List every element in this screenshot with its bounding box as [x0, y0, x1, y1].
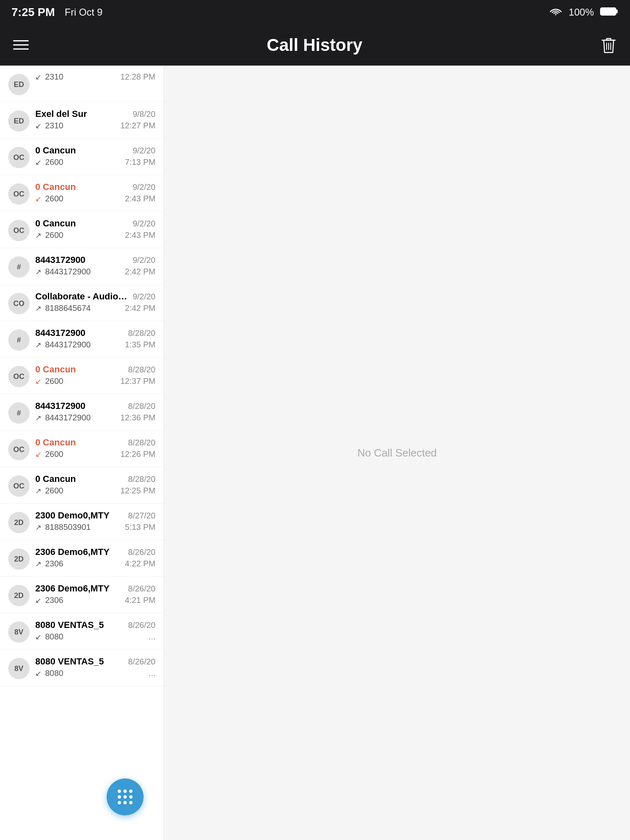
call-details: 0 Cancun 8/28/20 ↙ 2600 12:26 PM: [35, 437, 155, 459]
call-time: 12:37 PM: [120, 377, 155, 386]
call-time: 2:43 PM: [125, 194, 155, 203]
call-direction-icon: ↗: [35, 304, 41, 313]
call-name: 0 Cancun: [35, 474, 76, 484]
call-direction-icon: ↗: [35, 486, 41, 495]
call-name: 2306 Demo6,MTY: [35, 583, 110, 594]
call-direction-icon: ↗: [35, 231, 41, 240]
list-item[interactable]: ED Exel del Sur 9/8/20 ↙ 2310 12:27 PM: [0, 102, 164, 139]
menu-button[interactable]: [13, 40, 29, 50]
call-date: 8/26/20: [128, 584, 155, 593]
list-item[interactable]: ED ↙ 2310 12:28 PM: [0, 66, 164, 102]
call-number: ↗ 8188503901: [35, 523, 91, 532]
call-details: Exel del Sur 9/8/20 ↙ 2310 12:27 PM: [35, 109, 155, 130]
call-number-row: ↙ 8080 ...: [35, 632, 155, 641]
call-date: 8/26/20: [128, 548, 155, 557]
call-details: 0 Cancun 8/28/20 ↗ 2600 12:25 PM: [35, 474, 155, 495]
avatar: OC: [8, 220, 30, 241]
call-time: 12:25 PM: [120, 486, 155, 495]
call-number: ↙ 8080: [35, 632, 64, 641]
call-details: ↙ 2310 12:28 PM: [35, 72, 155, 82]
call-time: 12:27 PM: [120, 121, 155, 130]
avatar: #: [8, 329, 30, 351]
call-number-row: ↗ 2600 2:43 PM: [35, 231, 155, 240]
call-date: 8/28/20: [128, 365, 155, 374]
call-name-row: 2306 Demo6,MTY 8/26/20: [35, 583, 155, 594]
call-details: 8080 VENTAS_5 8/26/20 ↙ 8080 ...: [35, 656, 155, 678]
list-item[interactable]: OC 0 Cancun 9/2/20 ↙ 2600 2:43 PM: [0, 175, 164, 212]
list-item[interactable]: # 8443172900 8/28/20 ↗ 8443172900 1:35 P…: [0, 321, 164, 358]
call-date: 9/2/20: [132, 256, 155, 265]
main-content: ED ↙ 2310 12:28 PM ED Exel del Sur 9/8/2…: [0, 66, 630, 840]
list-item[interactable]: OC 0 Cancun 8/28/20 ↗ 2600 12:25 PM: [0, 467, 164, 504]
dialpad-icon: [118, 790, 132, 804]
avatar: OC: [8, 439, 30, 460]
list-item[interactable]: CO Collaborate - Audio 01425750... 9/2/2…: [0, 285, 164, 321]
call-list-panel[interactable]: ED ↙ 2310 12:28 PM ED Exel del Sur 9/8/2…: [0, 66, 164, 840]
list-item[interactable]: # 8443172900 8/28/20 ↗ 8443172900 12:36 …: [0, 394, 164, 431]
call-number-row: ↙ 2600 2:43 PM: [35, 194, 155, 203]
list-item[interactable]: 8V 8080 VENTAS_5 8/26/20 ↙ 8080 ...: [0, 650, 164, 686]
call-date: 8/28/20: [128, 402, 155, 411]
call-time: 2:43 PM: [125, 231, 155, 240]
list-item[interactable]: OC 0 Cancun 8/28/20 ↙ 2600 12:26 PM: [0, 431, 164, 467]
call-direction-icon: ↗: [35, 413, 41, 422]
call-name: 0 Cancun: [35, 182, 76, 192]
call-details: 2306 Demo6,MTY 8/26/20 ↙ 2306 4:21 PM: [35, 583, 155, 605]
call-name-row: Exel del Sur 9/8/20: [35, 109, 155, 119]
call-time: 12:36 PM: [120, 413, 155, 422]
list-item[interactable]: OC 0 Cancun 9/2/20 ↗ 2600 2:43 PM: [0, 212, 164, 248]
avatar: ED: [8, 110, 30, 132]
call-time: 1:35 PM: [125, 340, 155, 349]
call-direction-icon: ↙: [35, 194, 41, 203]
dialpad-fab[interactable]: [107, 778, 144, 815]
call-time: 5:13 PM: [125, 523, 155, 532]
call-direction-icon: ↙: [35, 632, 41, 641]
call-direction-icon: ↗: [35, 340, 41, 349]
call-time: 12:28 PM: [120, 72, 155, 82]
avatar: OC: [8, 366, 30, 387]
list-item[interactable]: 2D 2300 Demo0,MTY 8/27/20 ↗ 8188503901 5…: [0, 504, 164, 540]
battery-percentage: 100%: [569, 7, 594, 18]
call-number: ↙ 8080: [35, 669, 64, 678]
call-number: ↙ 2600: [35, 194, 64, 203]
list-item[interactable]: OC 0 Cancun 8/28/20 ↙ 2600 12:37 PM: [0, 358, 164, 394]
call-date: 8/27/20: [128, 511, 155, 520]
avatar: OC: [8, 183, 30, 205]
call-date: 9/2/20: [132, 146, 155, 155]
call-name: 8443172900: [35, 401, 85, 411]
call-direction-icon: ↙: [35, 450, 41, 459]
call-date: 9/2/20: [132, 292, 155, 301]
call-name: 8443172900: [35, 328, 85, 338]
battery-icon: [600, 7, 619, 18]
status-date: Fri Oct 9: [65, 7, 103, 18]
call-name-row: 0 Cancun 8/28/20: [35, 437, 155, 448]
avatar: 2D: [8, 548, 30, 570]
no-call-selected-text: No Call Selected: [357, 447, 437, 459]
list-item[interactable]: 2D 2306 Demo6,MTY 8/26/20 ↙ 2306 4:21 PM: [0, 577, 164, 613]
trash-icon[interactable]: [600, 36, 617, 54]
call-name-row: 0 Cancun 8/28/20: [35, 364, 155, 375]
call-number-row: ↙ 2600 7:13 PM: [35, 158, 155, 167]
call-direction-icon: ↙: [35, 73, 41, 82]
call-number: ↙ 2600: [35, 450, 64, 459]
call-name-row: 0 Cancun 9/2/20: [35, 145, 155, 156]
call-name-row: 2300 Demo0,MTY 8/27/20: [35, 510, 155, 521]
call-date: 9/8/20: [132, 110, 155, 119]
call-date: 8/28/20: [128, 438, 155, 447]
call-name: 8080 VENTAS_5: [35, 620, 104, 630]
call-number-row: ↗ 8188503901 5:13 PM: [35, 523, 155, 532]
call-direction-icon: ↙: [35, 669, 41, 678]
call-number-row: ↗ 8443172900 2:42 PM: [35, 267, 155, 276]
list-item[interactable]: 2D 2306 Demo6,MTY 8/26/20 ↗ 2306 4:22 PM: [0, 540, 164, 577]
list-item[interactable]: # 8443172900 9/2/20 ↗ 8443172900 2:42 PM: [0, 248, 164, 285]
list-item[interactable]: OC 0 Cancun 9/2/20 ↙ 2600 7:13 PM: [0, 139, 164, 175]
list-item[interactable]: 8V 8080 VENTAS_5 8/26/20 ↙ 8080 ...: [0, 613, 164, 650]
call-number: ↙ 2600: [35, 377, 64, 386]
call-number: ↗ 8443172900: [35, 340, 91, 349]
call-name-row: 8443172900 8/28/20: [35, 401, 155, 411]
call-number: ↙ 2306: [35, 596, 64, 605]
call-number-row: ↗ 2600 12:25 PM: [35, 486, 155, 495]
call-details: 2300 Demo0,MTY 8/27/20 ↗ 8188503901 5:13…: [35, 510, 155, 532]
call-name: 8080 VENTAS_5: [35, 656, 104, 667]
call-date: 8/26/20: [128, 657, 155, 667]
